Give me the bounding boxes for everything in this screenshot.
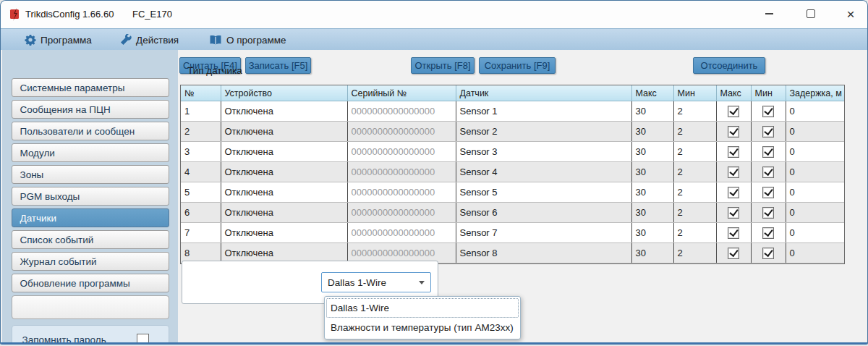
dropdown-option-1[interactable]: Dallas 1-Wire [326, 298, 519, 318]
sidebar-item-10[interactable]: Обновление программы [12, 274, 169, 292]
sidebar-item-5[interactable]: Зоны [12, 165, 169, 184]
table-row: 5Отключена0000000000000000Sensor 53020 [181, 182, 844, 203]
cell-serial[interactable]: 0000000000000000 [347, 101, 456, 122]
cell-delay[interactable]: 0 [786, 243, 844, 263]
sensor-type-combobox[interactable]: Dallas 1-Wire [321, 272, 431, 292]
cell-min-checkbox [751, 101, 786, 122]
minimize-button[interactable] [756, 2, 782, 25]
dropdown-option-2[interactable]: Влажности и температуры (тип AM23xx) [326, 318, 519, 337]
cell-max[interactable]: 30 [631, 182, 673, 203]
cell-device[interactable]: Отключена [221, 101, 347, 122]
cell-delay[interactable]: 0 [786, 182, 844, 203]
cell-delay[interactable]: 0 [786, 203, 844, 223]
cell-max[interactable]: 30 [631, 101, 673, 122]
min-checkbox-checked[interactable] [762, 106, 774, 117]
cell-max[interactable]: 30 [631, 162, 673, 182]
min-checkbox-checked[interactable] [762, 146, 774, 158]
min-checkbox-checked[interactable] [762, 207, 774, 219]
book-icon [209, 35, 222, 46]
cell-device[interactable]: Отключена [221, 203, 347, 223]
max-checkbox-checked[interactable] [728, 207, 739, 219]
cell-delay[interactable]: 0 [786, 122, 844, 142]
cell-min[interactable]: 2 [673, 203, 716, 223]
min-checkbox-checked[interactable] [762, 227, 774, 239]
cell-sensor-name[interactable]: Sensor 8 [456, 243, 631, 263]
sidebar-item-2[interactable]: Сообщения на ПЦН [12, 100, 169, 119]
cell-sensor-name[interactable]: Sensor 3 [456, 142, 631, 162]
menu-bar: Программа Действия О программе [1, 28, 867, 50]
cell-delay[interactable]: 0 [786, 101, 844, 122]
menu-actions[interactable]: Действия [120, 29, 179, 51]
max-checkbox-checked[interactable] [728, 146, 739, 158]
sidebar-item-4[interactable]: Модули [12, 143, 169, 162]
table-row: 7Отключена0000000000000000Sensor 73020 [181, 223, 844, 243]
min-checkbox-checked[interactable] [762, 126, 774, 138]
cell-serial[interactable]: 0000000000000000 [347, 182, 456, 203]
cell-delay[interactable]: 0 [786, 142, 844, 162]
cell-min[interactable]: 2 [673, 243, 716, 263]
sidebar-item-9[interactable]: Журнал событий [12, 252, 169, 271]
cell-device[interactable]: Отключена [221, 182, 347, 203]
cell-min[interactable]: 2 [673, 223, 716, 243]
cell-sensor-name[interactable]: Sensor 1 [456, 101, 631, 122]
sensors-table: №УстройствоСерийный №ДатчикМаксМинМаксМи… [180, 85, 845, 264]
cell-serial[interactable]: 0000000000000000 [347, 162, 456, 182]
sidebar-item-7[interactable]: Датчики [12, 208, 169, 227]
cell-min[interactable]: 2 [673, 182, 716, 203]
cell-device[interactable]: Отключена [221, 142, 347, 162]
cell-device[interactable]: Отключена [221, 122, 347, 142]
save-button[interactable]: Сохранить [F9] [479, 57, 556, 74]
close-button[interactable]: × [838, 2, 864, 25]
cell-min[interactable]: 2 [673, 142, 716, 162]
open-button[interactable]: Открыть [F8] [411, 57, 475, 74]
sensor-type-dropdown: Dallas 1-WireВлажности и температуры (ти… [324, 296, 521, 339]
cell-min[interactable]: 2 [673, 101, 716, 122]
sidebar-item-3[interactable]: Пользователи и сообщен [12, 122, 169, 140]
cell-min[interactable]: 2 [673, 162, 716, 182]
cell-serial[interactable]: 0000000000000000 [347, 203, 456, 223]
cell-device[interactable]: Отключена [221, 162, 347, 182]
column-header: Задержка, м [786, 85, 844, 101]
cell-serial[interactable]: 0000000000000000 [347, 122, 456, 142]
min-checkbox-checked[interactable] [762, 166, 774, 178]
cell-serial[interactable]: 0000000000000000 [347, 142, 456, 162]
menu-about[interactable]: О программе [209, 29, 286, 51]
cell-max[interactable]: 30 [631, 203, 673, 223]
max-checkbox-checked[interactable] [728, 227, 739, 239]
menu-program[interactable]: Программа [25, 29, 92, 51]
max-checkbox-checked[interactable] [728, 126, 739, 138]
max-checkbox-checked[interactable] [728, 106, 739, 117]
cell-delay[interactable]: 0 [786, 223, 844, 243]
menu-actions-label: Действия [136, 35, 179, 46]
cell-delay[interactable]: 0 [786, 162, 844, 182]
cell-sensor-name[interactable]: Sensor 5 [456, 182, 631, 203]
remember-password-checkbox[interactable] [137, 334, 149, 343]
cell-sensor-name[interactable]: Sensor 7 [456, 223, 631, 243]
cell-max[interactable]: 30 [631, 122, 673, 142]
cell-max[interactable]: 30 [631, 223, 673, 243]
sensor-type-value: Dallas 1-Wire [328, 277, 386, 288]
cell-serial[interactable]: 0000000000000000 [347, 223, 456, 243]
gear-icon [25, 34, 36, 46]
sidebar-item-8[interactable]: Список событий [12, 230, 169, 249]
cell-max-checkbox [716, 243, 751, 263]
cell-max[interactable]: 30 [631, 243, 673, 263]
cell-max[interactable]: 30 [631, 142, 673, 162]
cell-device[interactable]: Отключена [221, 223, 347, 243]
cell-min[interactable]: 2 [673, 122, 716, 142]
max-checkbox-checked[interactable] [728, 187, 739, 198]
maximize-button[interactable] [798, 2, 824, 25]
write-button[interactable]: Записать [F5] [245, 57, 311, 74]
min-checkbox-checked[interactable] [762, 248, 774, 259]
max-checkbox-checked[interactable] [728, 166, 739, 178]
max-checkbox-checked[interactable] [728, 248, 739, 259]
sidebar-item-1[interactable]: Системные параметры [12, 78, 169, 97]
sidebar-item-6[interactable]: PGM выходы [12, 187, 169, 206]
cell-sensor-name[interactable]: Sensor 4 [456, 162, 631, 182]
min-checkbox-checked[interactable] [762, 187, 774, 198]
cell-sensor-name[interactable]: Sensor 6 [456, 203, 631, 223]
cell-sensor-name[interactable]: Sensor 2 [456, 122, 631, 142]
cell-min-checkbox [751, 203, 786, 223]
disconnect-button[interactable]: Отсоединить [693, 57, 765, 74]
remember-password-panel: Запомнить пароль [12, 325, 169, 342]
